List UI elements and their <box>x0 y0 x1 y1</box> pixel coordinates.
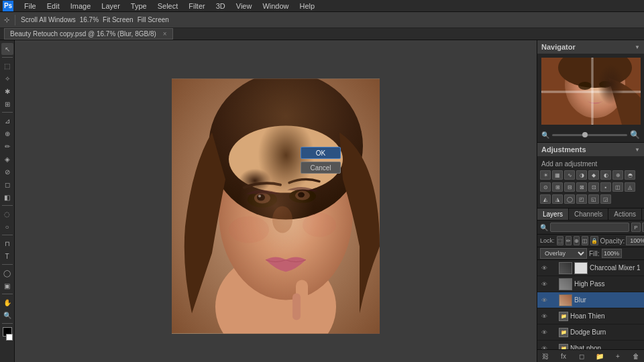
scroll-all-windows-btn[interactable]: Scroll All Windows <box>21 16 76 23</box>
lock-transparent-btn[interactable]: ⬚ <box>557 236 564 245</box>
adj-bw-btn[interactable]: ◓ <box>625 170 635 180</box>
tool-spot-heal[interactable]: ⊕ <box>1 127 13 139</box>
adjustments-header[interactable]: Adjustments ▼ <box>537 143 644 156</box>
new-group-btn[interactable]: 📁 <box>594 351 605 361</box>
layer-item[interactable]: 👁 High Pass <box>537 276 644 292</box>
layer-item[interactable]: 👁 Charcoal Mixer 1 <box>537 260 644 276</box>
adj-selective-btn[interactable]: ◬ <box>625 182 635 192</box>
tool-quick-select[interactable]: ✱ <box>1 85 13 97</box>
tool-move[interactable]: ↖ <box>1 43 13 55</box>
adj-invert-btn[interactable]: ⊠ <box>576 182 587 192</box>
adj-colorbalance-btn[interactable]: ⊕ <box>612 170 623 180</box>
adjustments-content: Add an adjustment ☀ ▦ ∿ ◑ ◆ ◐ ⊕ ◓ ⊙ ⊞ ⊟ … <box>537 156 644 208</box>
lock-position-btn[interactable]: ⊕ <box>574 236 580 245</box>
layer-visibility-eye[interactable]: 👁 <box>540 312 548 320</box>
layer-visibility-eye[interactable]: 👁 <box>540 280 548 288</box>
fit-screen-btn[interactable]: Fit Screen <box>103 16 133 23</box>
new-layer-btn[interactable]: + <box>612 351 623 361</box>
adj-colorlookup-btn[interactable]: ⊟ <box>564 182 575 192</box>
tool-stamp[interactable]: ◈ <box>1 153 13 165</box>
link-layers-btn[interactable]: ⛓ <box>540 351 551 361</box>
background-color[interactable] <box>6 334 13 341</box>
tool-path[interactable]: ⊓ <box>1 237 13 249</box>
blend-mode-select[interactable]: Overlay Normal Multiply Screen <box>540 248 587 259</box>
tab-channels[interactable]: Channels <box>569 208 608 220</box>
tool-gradient[interactable]: ◧ <box>1 191 13 203</box>
tool-crop[interactable]: ⊞ <box>1 98 13 110</box>
adj-extra5-btn[interactable]: ◱ <box>588 194 599 204</box>
adj-gradient-btn[interactable]: ◫ <box>612 182 623 192</box>
adj-exposure-btn[interactable]: ◑ <box>576 170 587 180</box>
adj-brightness-btn[interactable]: ☀ <box>540 170 551 180</box>
dialog-ok-btn[interactable]: OK <box>301 147 341 159</box>
lock-all-btn[interactable]: 🔒 <box>590 236 598 245</box>
tool-brush[interactable]: ✏ <box>1 140 13 152</box>
foreground-background-colors[interactable] <box>3 327 12 344</box>
add-mask-btn[interactable]: ◻ <box>576 351 587 361</box>
navigator-thumbnail[interactable] <box>541 58 641 125</box>
tool-marquee[interactable]: ⬚ <box>1 60 13 72</box>
layer-visibility-eye[interactable]: 👁 <box>540 296 548 304</box>
zoom-slider[interactable] <box>552 134 627 136</box>
layer-styles-btn[interactable]: fx <box>558 351 569 361</box>
tool-lasso[interactable]: ✧ <box>1 72 13 84</box>
zoom-slider-thumb[interactable] <box>582 132 588 137</box>
tool-eraser[interactable]: ◻ <box>1 178 13 190</box>
opacity-input[interactable] <box>626 236 644 245</box>
menu-image[interactable]: Image <box>68 2 94 10</box>
fill-screen-btn[interactable]: Fill Screen <box>138 16 169 23</box>
menu-3d[interactable]: 3D <box>213 2 228 10</box>
layer-item[interactable]: 👁 📁 Dodge Burn <box>537 324 644 341</box>
tool-shape[interactable]: ◯ <box>1 267 13 279</box>
delete-layer-btn[interactable]: 🗑 <box>631 351 641 361</box>
document-close-btn[interactable]: × <box>163 30 167 38</box>
document-tab[interactable]: Beauty Retouch copy.psd @ 16.7% (Blur, 8… <box>4 28 173 40</box>
adj-hue-btn[interactable]: ◐ <box>600 170 611 180</box>
menu-window[interactable]: Window <box>260 2 291 10</box>
layers-search-input[interactable] <box>550 223 629 232</box>
layer-item[interactable]: 👁 📁 Nhat nhon <box>537 341 644 349</box>
adj-vibrance-btn[interactable]: ◆ <box>588 170 599 180</box>
adj-extra4-btn[interactable]: ◰ <box>576 194 587 204</box>
menu-layer[interactable]: Layer <box>99 2 123 10</box>
fill-input[interactable] <box>602 249 622 258</box>
adj-levels-btn[interactable]: ▦ <box>552 170 563 180</box>
filter-type-btn[interactable]: P <box>631 223 641 232</box>
dialog-cancel-btn[interactable]: Cancel <box>301 162 341 174</box>
layer-item[interactable]: 👁 📁 Hoan Thien <box>537 308 644 324</box>
menu-view[interactable]: View <box>233 2 255 10</box>
tool-text[interactable]: T <box>1 250 13 262</box>
adj-threshold-btn[interactable]: ▪ <box>600 182 611 192</box>
layer-visibility-eye[interactable]: 👁 <box>540 328 548 337</box>
adj-extra1-btn[interactable]: ◭ <box>540 194 551 204</box>
menu-select[interactable]: Select <box>155 2 181 10</box>
tool-eyedropper[interactable]: ⊿ <box>1 115 13 127</box>
adj-extra2-btn[interactable]: ◮ <box>552 194 563 204</box>
lock-artboard-btn[interactable]: ◫ <box>582 236 588 245</box>
tool-3d-object[interactable]: ▣ <box>1 280 13 292</box>
tool-zoom[interactable]: 🔍 <box>1 309 13 321</box>
layer-item-active[interactable]: 👁 Blur <box>537 292 644 308</box>
navigator-header[interactable]: Navigator ▼ <box>537 40 644 54</box>
tool-history[interactable]: ⊘ <box>1 166 13 178</box>
adj-extra3-btn[interactable]: ◯ <box>564 194 575 204</box>
tool-hand[interactable]: ✋ <box>1 296 13 308</box>
layer-visibility-eye[interactable]: 👁 <box>540 345 548 350</box>
layer-visibility-eye[interactable]: 👁 <box>540 264 548 272</box>
tab-layers[interactable]: Layers <box>537 208 569 220</box>
tab-actions[interactable]: Actions <box>608 208 642 220</box>
menu-file[interactable]: File <box>21 2 39 10</box>
canvas-area[interactable]: Gaussian Blur × <box>15 40 537 362</box>
adj-posterize-btn[interactable]: ⊡ <box>588 182 599 192</box>
tool-dodge[interactable]: ○ <box>1 221 13 233</box>
menu-edit[interactable]: Edit <box>44 2 62 10</box>
menu-type[interactable]: Type <box>128 2 150 10</box>
adj-curves-btn[interactable]: ∿ <box>564 170 575 180</box>
adj-extra6-btn[interactable]: ◲ <box>600 194 611 204</box>
adj-photofilter-btn[interactable]: ⊙ <box>540 182 551 192</box>
adj-channel-btn[interactable]: ⊞ <box>552 182 563 192</box>
tool-blur[interactable]: ◌ <box>1 208 13 220</box>
menu-help[interactable]: Help <box>297 2 318 10</box>
menu-filter[interactable]: Filter <box>186 2 207 10</box>
lock-image-btn[interactable]: ✏ <box>566 236 572 245</box>
